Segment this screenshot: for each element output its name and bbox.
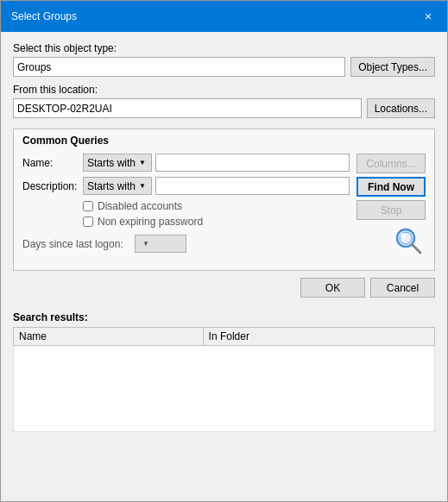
common-queries-content: Name: Starts with ▼ Description: Starts …: [22, 154, 426, 261]
stop-button[interactable]: Stop: [357, 200, 426, 220]
object-type-row: Object Types...: [13, 57, 435, 77]
name-dropdown-arrow-icon: ▼: [139, 159, 146, 166]
name-query-label: Name:: [22, 157, 83, 169]
description-dropdown-label: Starts with: [87, 180, 136, 192]
search-icon-area: [391, 223, 426, 261]
svg-point-3: [401, 233, 406, 238]
column-name[interactable]: Name: [14, 328, 204, 346]
name-query-row: Name: Starts with ▼: [22, 154, 350, 172]
description-query-label: Description:: [22, 180, 83, 192]
disabled-accounts-label: Disabled accounts: [98, 200, 182, 212]
name-starts-with-dropdown[interactable]: Starts with ▼: [83, 154, 152, 172]
cancel-button[interactable]: Cancel: [370, 278, 435, 298]
object-type-input[interactable]: [13, 57, 345, 77]
results-table-header: Name In Folder: [14, 328, 435, 346]
ok-button[interactable]: OK: [300, 278, 365, 298]
search-magnifier-icon: [391, 223, 426, 258]
location-input[interactable]: [13, 98, 362, 118]
non-expiring-password-row: Non expiring password: [83, 216, 350, 228]
non-expiring-password-label: Non expiring password: [98, 216, 203, 228]
days-since-label: Days since last logon:: [22, 238, 135, 250]
side-panel: Columns... Find Now Stop: [357, 154, 426, 261]
dialog-content: Select this object type: Object Types...…: [1, 32, 447, 501]
name-dropdown-label: Starts with: [87, 157, 136, 169]
queries-left: Name: Starts with ▼ Description: Starts …: [22, 154, 350, 261]
search-results-section: Search results: Name In Folder: [13, 311, 435, 432]
location-row: Locations...: [13, 98, 435, 118]
ok-cancel-row: OK Cancel: [13, 278, 435, 298]
description-query-row: Description: Starts with ▼: [22, 177, 350, 195]
days-since-row: Days since last logon: ▼: [22, 235, 350, 253]
name-query-input[interactable]: [155, 154, 350, 172]
close-button[interactable]: ×: [420, 8, 437, 25]
select-groups-dialog: Select Groups × Select this object type:…: [0, 0, 448, 502]
columns-button[interactable]: Columns...: [357, 154, 426, 173]
location-section: From this location: Locations...: [13, 84, 435, 118]
description-starts-with-dropdown[interactable]: Starts with ▼: [83, 177, 152, 195]
column-in-folder[interactable]: In Folder: [203, 328, 434, 346]
dialog-title: Select Groups: [11, 10, 77, 22]
find-now-button[interactable]: Find Now: [357, 177, 426, 197]
results-table-body: [14, 346, 435, 432]
disabled-accounts-checkbox[interactable]: [83, 201, 93, 211]
location-label: From this location:: [13, 84, 435, 96]
locations-button[interactable]: Locations...: [367, 98, 435, 118]
common-queries-title: Common Queries: [22, 135, 426, 147]
svg-line-2: [412, 244, 420, 253]
days-dropdown-arrow-icon: ▼: [142, 240, 149, 248]
description-query-input[interactable]: [155, 177, 350, 195]
empty-results-cell: [14, 346, 435, 432]
results-table: Name In Folder: [13, 327, 435, 432]
title-bar: Select Groups ×: [1, 1, 447, 32]
object-type-section: Select this object type: Object Types...: [13, 42, 435, 77]
non-expiring-password-checkbox[interactable]: [83, 216, 93, 227]
days-dropdown[interactable]: ▼: [135, 235, 186, 253]
object-types-button[interactable]: Object Types...: [350, 57, 435, 77]
search-results-label: Search results:: [13, 311, 435, 323]
disabled-accounts-row: Disabled accounts: [83, 200, 350, 212]
common-queries-groupbox: Common Queries Name: Starts with ▼ Des: [13, 129, 435, 271]
description-dropdown-arrow-icon: ▼: [139, 182, 146, 190]
object-type-label: Select this object type:: [13, 42, 435, 54]
